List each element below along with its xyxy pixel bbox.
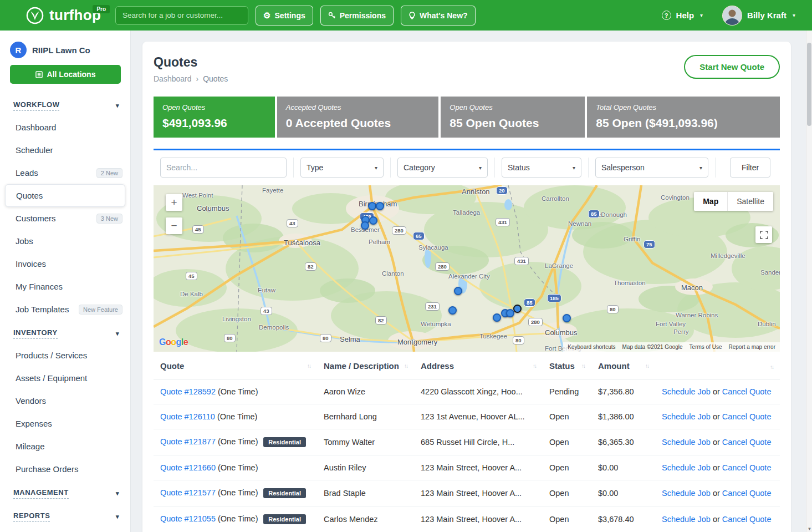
terms-of-use-link[interactable]: Terms of Use	[690, 344, 722, 350]
scrollbar-down-arrow[interactable]: ▼	[806, 526, 812, 531]
quote-address: 4220 Glasscott Xingz, Hoo...	[414, 379, 543, 404]
type-select[interactable]: Type▾	[300, 158, 384, 178]
category-select[interactable]: Category▾	[397, 158, 488, 178]
chevron-down-icon: ▾	[116, 102, 119, 109]
cancel-quote-link[interactable]: Cancel Quote	[722, 387, 772, 396]
table-row: Quote #121660(One Time) Austin Riley 123…	[154, 455, 780, 480]
salesperson-select[interactable]: Salesperson▾	[595, 158, 708, 178]
filter-button[interactable]: Filter	[730, 158, 770, 178]
lightbulb-icon	[408, 12, 416, 19]
quote-link[interactable]: Quote #128592	[160, 387, 216, 396]
quote-link[interactable]: Quote #126110	[160, 412, 215, 421]
sidebar-item-dashboard[interactable]: Dashboard	[0, 116, 130, 139]
section-inventory[interactable]: INVENTORY ▾	[0, 321, 130, 344]
quote-link[interactable]: Quote #121660	[160, 463, 216, 472]
global-search-input[interactable]	[115, 6, 248, 25]
sidebar-item-my-finances[interactable]: My Finances	[0, 275, 130, 298]
sidebar-item-job-templates[interactable]: Job TemplatesNew Feature	[0, 298, 130, 321]
sidebar-item-quotes[interactable]: Quotes	[5, 184, 125, 207]
column-header-name[interactable]: Name / Description↑↓	[317, 353, 414, 379]
map-marker[interactable]	[369, 216, 377, 225]
quotes-search-input[interactable]	[160, 158, 287, 178]
section-workflow[interactable]: WORKFLOW ▾	[0, 93, 130, 116]
sort-icon[interactable]: ↑↓	[645, 363, 648, 369]
cancel-quote-link[interactable]: Cancel Quote	[722, 515, 772, 524]
sidebar-item-invoices[interactable]: Invoices	[0, 252, 130, 275]
cancel-quote-link[interactable]: Cancel Quote	[722, 463, 772, 472]
map-marker[interactable]	[454, 287, 462, 295]
page-scrollbar[interactable]: ▼	[806, 31, 812, 532]
sidebar-item-leads[interactable]: Leads2 New	[0, 161, 130, 184]
map-marker[interactable]	[361, 221, 369, 230]
satellite-view-button[interactable]: Satellite	[728, 192, 773, 211]
whats-new-button[interactable]: What's New?	[401, 6, 476, 26]
cancel-quote-link[interactable]: Cancel Quote	[722, 412, 772, 421]
start-new-quote-button[interactable]: Start New Quote	[684, 55, 780, 79]
item-badge: 2 New	[96, 168, 122, 178]
schedule-job-link[interactable]: Schedule Job	[662, 438, 711, 447]
quote-link[interactable]: Quote #121055	[160, 514, 216, 523]
sidebar-item-customers[interactable]: Customers3 New	[0, 207, 130, 230]
column-header-address[interactable]: Address↑↓	[414, 353, 543, 379]
quote-status: Open	[543, 480, 591, 506]
column-header-actions[interactable]: ↑↓	[655, 353, 780, 379]
status-select[interactable]: Status▾	[502, 158, 581, 178]
sort-icon[interactable]: ↑↓	[307, 363, 310, 369]
schedule-job-link[interactable]: Schedule Job	[662, 387, 711, 396]
cancel-quote-link[interactable]: Cancel Quote	[722, 438, 772, 447]
map-marker[interactable]	[493, 313, 501, 322]
brand-logo[interactable]: turfhop Pro	[0, 6, 101, 25]
sidebar-item-expenses[interactable]: Expenses	[0, 412, 130, 435]
permissions-button[interactable]: Permissions	[320, 6, 394, 26]
chevron-down-icon: ▾	[700, 12, 703, 18]
sort-icon[interactable]: ↑↓	[581, 363, 585, 369]
map-zoom-in-button[interactable]: +	[166, 194, 182, 211]
column-header-status[interactable]: Status↑↓	[543, 353, 591, 379]
sidebar-item-scheduler[interactable]: Scheduler	[0, 139, 130, 161]
column-header-quote[interactable]: Quote↑↓	[154, 353, 317, 379]
sidebar-item-mileage[interactable]: Mileage	[0, 435, 130, 458]
map-view-button[interactable]: Map	[694, 192, 728, 211]
map-marker-selected[interactable]	[513, 305, 522, 313]
company-switcher[interactable]: R RIIPL Lawn Co	[0, 38, 130, 64]
scrollbar-thumb[interactable]	[807, 43, 811, 126]
breadcrumb-dashboard[interactable]: Dashboard	[154, 74, 192, 83]
section-reports[interactable]: REPORTS ▾	[0, 504, 130, 527]
filter-bar: Type▾ Category▾ Status▾ Salesperson▾	[154, 149, 780, 185]
key-icon	[328, 12, 336, 19]
stats-row: Open Quotes $491,093.96 Accepted Quotes …	[154, 97, 780, 138]
settings-button[interactable]: ⚙ Settings	[256, 6, 313, 26]
quote-status: Open	[543, 455, 591, 480]
sidebar-item-jobs[interactable]: Jobs	[0, 230, 130, 252]
quote-link[interactable]: Quote #121577	[160, 488, 216, 497]
keyboard-shortcuts-link[interactable]: Keyboard shortcuts	[568, 344, 615, 350]
map-marker[interactable]	[563, 314, 571, 322]
sort-icon[interactable]: ↑↓	[770, 364, 773, 370]
schedule-job-link[interactable]: Schedule Job	[662, 515, 711, 524]
report-map-error-link[interactable]: Report a map error	[729, 344, 775, 350]
sidebar-item-vendors[interactable]: Vendors	[0, 389, 130, 412]
sort-icon[interactable]: ↑↓	[404, 363, 407, 369]
schedule-job-link[interactable]: Schedule Job	[662, 412, 711, 421]
section-management[interactable]: MANAGEMENT ▾	[0, 480, 130, 504]
sidebar-item-assets-equipment[interactable]: Assets / Equipment	[0, 367, 130, 389]
user-menu[interactable]: Billy Kraft	[747, 11, 787, 20]
quote-link[interactable]: Quote #121877	[160, 437, 216, 446]
avatar[interactable]	[722, 6, 742, 26]
schedule-job-link[interactable]: Schedule Job	[662, 489, 711, 498]
map-zoom-out-button[interactable]: −	[166, 217, 182, 234]
quotes-map[interactable]: West Point Columbus Fayette Anniston Car…	[154, 185, 780, 352]
sidebar-item-products-services[interactable]: Products / Services	[0, 344, 130, 367]
sidebar-item-purchase-orders[interactable]: Purchase Orders	[0, 458, 130, 480]
help-menu[interactable]: Help	[676, 11, 694, 20]
map-fullscreen-button[interactable]	[755, 226, 772, 243]
google-logo[interactable]: Google	[159, 337, 188, 347]
map-marker[interactable]	[376, 202, 384, 210]
cancel-quote-link[interactable]: Cancel Quote	[722, 489, 772, 498]
schedule-job-link[interactable]: Schedule Job	[662, 463, 711, 472]
sort-icon[interactable]: ↑↓	[533, 363, 536, 369]
all-locations-button[interactable]: All Locations	[10, 65, 121, 84]
map-marker[interactable]	[448, 306, 457, 315]
map-marker[interactable]	[368, 202, 376, 210]
column-header-amount[interactable]: Amount↑↓	[591, 353, 655, 379]
